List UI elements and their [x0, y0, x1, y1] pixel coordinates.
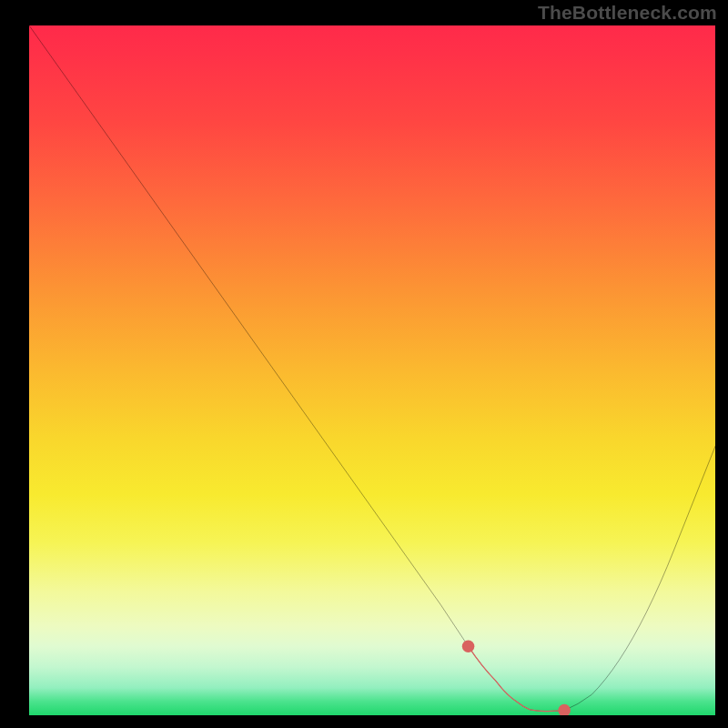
flat-zone-end-dot — [558, 704, 571, 715]
flat-zone-start-dot — [462, 640, 475, 652]
chart-frame: TheBottleneck.com — [0, 0, 728, 728]
bottleneck-curve-path — [29, 25, 715, 712]
flat-zone-highlight — [469, 646, 565, 711]
watermark-label: TheBottleneck.com — [538, 2, 717, 24]
bottleneck-curve-svg — [29, 25, 715, 715]
plot-area — [29, 25, 715, 715]
